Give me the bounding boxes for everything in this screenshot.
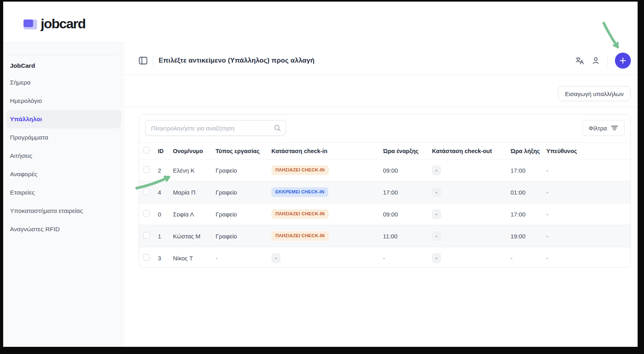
column-header: Κατάσταση check-out xyxy=(428,148,507,154)
page-title: Επιλέξτε αντικείμενο (Υπάλληλος) προς αλ… xyxy=(159,57,314,65)
plus-icon xyxy=(619,57,626,64)
search-input[interactable] xyxy=(145,120,286,136)
cell-end-time: 01:00 xyxy=(507,189,542,196)
checkout-status-badge: - xyxy=(432,253,441,263)
filter-icon xyxy=(611,125,618,131)
checkin-status-badge: ΕΚΚΡΕΜΕΙ CHECK-IN xyxy=(271,187,328,197)
row-checkbox[interactable] xyxy=(143,166,150,173)
search-box xyxy=(145,120,286,136)
cell-supervisor: - xyxy=(542,167,630,174)
row-checkbox-cell xyxy=(139,188,154,197)
cell-supervisor: - xyxy=(542,255,630,262)
cell-id: 0 xyxy=(154,211,169,218)
checkin-status-badge: ΠΛΗΣΙΑΖΕΙ CHECK-IN xyxy=(271,231,329,241)
sidebar-item[interactable]: Αναφορές xyxy=(6,165,121,183)
cell-start-time: - xyxy=(379,255,428,262)
cell-id: 3 xyxy=(154,255,169,262)
sidebar: jobcard JobCard ΣήμεραΗμερολόγιοΥπάλληλο… xyxy=(3,2,125,347)
row-checkbox[interactable] xyxy=(143,188,150,195)
cell-id: 4 xyxy=(154,189,169,196)
sidebar-item[interactable]: Προγράμματα xyxy=(6,128,121,147)
search-icon xyxy=(273,124,281,134)
checkout-status-cell: - xyxy=(428,209,507,219)
sidebar-item[interactable]: Εταιρείες xyxy=(6,183,121,202)
checkout-status-cell: - xyxy=(428,187,507,197)
logo-text: jobcard xyxy=(41,16,85,31)
checkout-status-cell: - xyxy=(428,165,507,175)
checkout-status-badge: - xyxy=(432,209,441,219)
sidebar-item[interactable]: Σήμερα xyxy=(6,73,121,92)
checkin-status-cell: ΕΚΚΡΕΜΕΙ CHECK-IN xyxy=(267,187,379,197)
cell-id: 2 xyxy=(154,167,169,174)
sidebar-item[interactable]: Ημερολόγιο xyxy=(6,92,121,110)
row-checkbox-cell xyxy=(139,254,154,262)
row-checkbox[interactable] xyxy=(143,232,150,239)
table-toolbar: Φίλτρα xyxy=(139,114,630,142)
column-header: Ώρα έναρξης xyxy=(379,148,428,154)
header-actions-divider xyxy=(607,55,608,66)
checkout-status-cell: - xyxy=(428,231,507,241)
jobcard-logo-icon xyxy=(24,20,37,30)
table-body: 2Ελένη ΚΓραφείοΠΛΗΣΙΑΖΕΙ CHECK-IN09:00-1… xyxy=(139,159,630,268)
column-header: Τύπος εργασίας xyxy=(212,148,267,154)
sidebar-item[interactable]: Υπάλληλοι xyxy=(6,110,121,128)
language-button[interactable] xyxy=(575,56,584,65)
sidebar-item[interactable]: Αιτήσεις xyxy=(6,147,121,165)
user-menu-button[interactable] xyxy=(591,56,600,65)
checkin-status-badge: ΠΛΗΣΙΑΖΕΙ CHECK-IN xyxy=(271,165,329,175)
page-header: Επιλέξτε αντικείμενο (Υπάλληλος) προς αλ… xyxy=(124,2,638,75)
cell-name: Νίκος Τ xyxy=(169,255,212,262)
cell-end-time: 17:00 xyxy=(507,211,542,218)
row-checkbox-cell xyxy=(139,232,154,240)
panel-toggle-icon xyxy=(139,57,147,65)
column-header: Ώρα λήξης xyxy=(507,148,542,154)
translate-icon xyxy=(575,56,584,65)
header-checkbox-cell xyxy=(139,147,154,155)
header-divider xyxy=(153,55,153,66)
cell-name: Ελένη Κ xyxy=(169,167,212,174)
column-header: Κατάσταση check-in xyxy=(267,148,379,154)
cell-work-type: Γραφείο xyxy=(212,189,267,196)
sidebar-item[interactable]: Αναγνώστες RFID xyxy=(6,220,121,238)
sidebar-item[interactable]: Υποκαταστήματα εταιρείας xyxy=(6,202,121,220)
checkin-status-badge: - xyxy=(271,253,281,263)
sidebar-divider xyxy=(10,55,118,55)
row-checkbox[interactable] xyxy=(143,210,150,217)
filters-button-label: Φίλτρα xyxy=(589,125,607,132)
column-header: Υπεύθυνος xyxy=(542,148,630,154)
cell-work-type: Γραφείο xyxy=(212,167,267,174)
cell-end-time: - xyxy=(507,255,542,262)
cell-supervisor: - xyxy=(542,233,630,240)
table-row: 0Σοφία ΛΓραφείοΠΛΗΣΙΑΖΕΙ CHECK-IN09:00-1… xyxy=(139,203,630,225)
select-all-checkbox[interactable] xyxy=(143,147,150,153)
import-employees-button[interactable]: Εισαγωγή υπαλλήλων xyxy=(558,86,631,101)
logo[interactable]: jobcard xyxy=(3,2,124,43)
cell-supervisor: - xyxy=(542,189,630,196)
cell-work-type: - xyxy=(212,255,267,262)
sidebar-toggle-button[interactable] xyxy=(139,57,147,65)
logo-shape-dark xyxy=(24,20,33,27)
checkout-status-badge: - xyxy=(432,165,441,175)
checkin-status-cell: ΠΛΗΣΙΑΖΕΙ CHECK-IN xyxy=(267,231,379,241)
column-header: ID xyxy=(154,148,169,154)
table-row: 3Νίκος Τ------ xyxy=(139,247,630,268)
cell-name: Σοφία Λ xyxy=(169,211,212,218)
column-header: Ονομ/νυμο xyxy=(169,148,212,154)
filters-button[interactable]: Φίλτρα xyxy=(582,120,625,136)
row-checkbox-cell xyxy=(139,210,154,218)
add-button[interactable] xyxy=(615,53,631,69)
table-header-row: IDΟνομ/νυμοΤύπος εργασίαςΚατάσταση check… xyxy=(139,142,630,159)
row-checkbox[interactable] xyxy=(143,254,150,261)
cell-start-time: 09:00 xyxy=(379,211,428,218)
cell-start-time: 17:00 xyxy=(379,189,428,196)
checkout-status-cell: - xyxy=(428,253,507,263)
employees-table-card: Φίλτρα IDΟνομ/νυμοΤύπος εργασίαςΚατάστασ… xyxy=(139,114,631,268)
cell-work-type: Γραφείο xyxy=(212,211,267,218)
table-row: 4Μαρία ΠΓραφείοΕΚΚΡΕΜΕΙ CHECK-IN17:00-01… xyxy=(139,181,630,203)
user-icon xyxy=(591,56,600,65)
cell-end-time: 17:00 xyxy=(507,167,542,174)
cell-supervisor: - xyxy=(542,211,630,218)
checkin-status-badge: ΠΛΗΣΙΑΖΕΙ CHECK-IN xyxy=(271,209,329,219)
cell-name: Μαρία Π xyxy=(169,189,212,196)
cell-end-time: 19:00 xyxy=(507,233,542,240)
